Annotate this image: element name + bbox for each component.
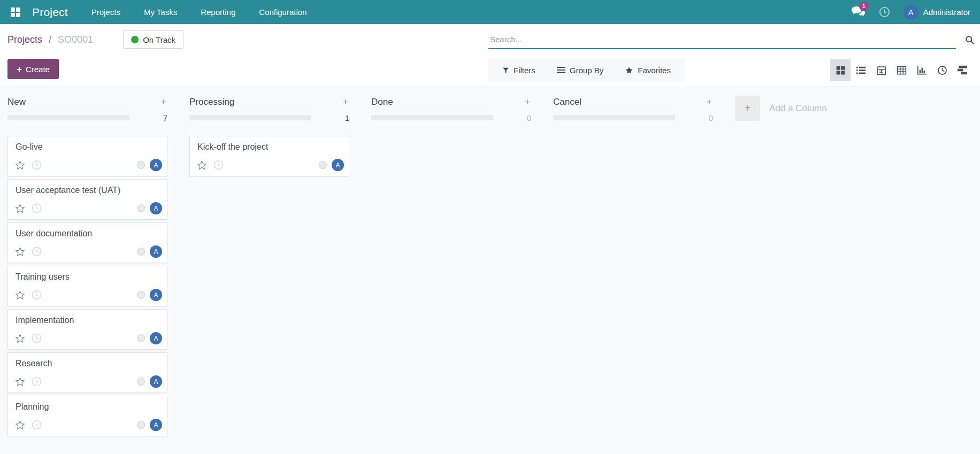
breadcrumb-current: SO0001 <box>58 34 93 45</box>
kanban-column-processing: Processing + 1 Kick-off the project A <box>189 96 349 179</box>
column-progressbar[interactable] <box>553 115 675 120</box>
activity-view-button[interactable] <box>932 59 952 81</box>
card-title: Go-live <box>8 136 167 152</box>
column-title[interactable]: New <box>7 97 26 107</box>
kanban-card[interactable]: User documentation A <box>7 222 167 263</box>
activity-clock-icon[interactable] <box>32 160 42 170</box>
filters-button[interactable]: Filters <box>502 66 535 75</box>
activity-clock-icon[interactable] <box>32 290 42 300</box>
kanban-column-cancel: Cancel + 0 <box>553 96 713 123</box>
star-icon[interactable] <box>14 290 26 301</box>
kanban-card[interactable]: User acceptance test (UAT) A <box>7 179 167 220</box>
app-title[interactable]: Project <box>32 6 68 19</box>
kanban-state-circle[interactable] <box>319 161 327 169</box>
assignee-avatar[interactable]: A <box>150 202 162 214</box>
kanban-state-circle[interactable] <box>137 378 145 386</box>
favorites-star-icon <box>625 66 633 74</box>
user-menu[interactable]: A Administrator <box>904 5 970 20</box>
kanban-view-button[interactable] <box>830 59 851 81</box>
kanban-card[interactable]: Kick-off the project A <box>189 136 349 176</box>
control-panel-top: Projects / SO0001 On Track <box>0 24 980 55</box>
column-title[interactable]: Processing <box>189 97 234 107</box>
quick-add-icon[interactable]: + <box>341 97 349 107</box>
activity-view-icon <box>937 65 947 75</box>
card-title: User acceptance test (UAT) <box>8 180 167 195</box>
star-icon[interactable] <box>14 420 26 430</box>
apps-menu-icon[interactable] <box>11 7 20 17</box>
card-title: Training users <box>8 266 167 282</box>
kanban-state-circle[interactable] <box>137 334 145 342</box>
group-by-button[interactable]: Group By <box>557 66 603 75</box>
kanban-state-circle[interactable] <box>137 248 145 256</box>
calendar-view-button[interactable] <box>871 59 891 81</box>
column-title[interactable]: Cancel <box>553 97 581 107</box>
column-progressbar[interactable] <box>189 115 311 120</box>
column-progressbar[interactable] <box>7 115 129 120</box>
assignee-avatar[interactable]: A <box>150 289 162 301</box>
assignee-avatar[interactable]: A <box>150 245 162 258</box>
kanban-card[interactable]: Training users A <box>7 266 167 306</box>
assignee-avatar[interactable]: A <box>150 375 162 388</box>
control-panel-bottom: + Create Filters Group By Favorites <box>0 55 980 86</box>
activity-systray-icon[interactable] <box>878 6 891 18</box>
pivot-view-button[interactable] <box>891 59 912 81</box>
add-column-plus-icon[interactable]: + <box>735 96 760 121</box>
search-magnifier-icon[interactable] <box>964 35 975 45</box>
star-icon[interactable] <box>14 333 26 344</box>
assignee-avatar[interactable]: A <box>150 419 162 431</box>
search-input[interactable] <box>488 30 956 49</box>
assignee-avatar[interactable]: A <box>332 159 344 171</box>
breadcrumb: Projects / SO0001 <box>7 34 93 45</box>
activity-clock-icon[interactable] <box>32 333 42 343</box>
quick-add-icon[interactable]: + <box>159 97 167 107</box>
activity-clock-icon[interactable] <box>32 376 42 387</box>
activity-clock-icon[interactable] <box>32 203 42 213</box>
kanban-state-circle[interactable] <box>137 204 145 212</box>
kanban-state-circle[interactable] <box>137 161 145 169</box>
column-count: 0 <box>527 113 531 122</box>
kanban-card[interactable]: Go-live A <box>7 136 167 176</box>
kanban-card[interactable]: Research A <box>7 352 167 393</box>
assignee-avatar[interactable]: A <box>150 159 162 171</box>
card-title: Implementation <box>8 310 167 325</box>
group-by-label: Group By <box>570 66 603 75</box>
kanban-state-circle[interactable] <box>137 421 145 429</box>
star-icon[interactable] <box>14 160 26 171</box>
create-button[interactable]: + Create <box>7 59 59 79</box>
breadcrumb-projects-link[interactable]: Projects <box>7 34 42 45</box>
add-column-label: Add a Column <box>769 103 827 114</box>
menu-reporting[interactable]: Reporting <box>201 7 235 17</box>
graph-view-button[interactable] <box>912 59 932 81</box>
kanban-state-circle[interactable] <box>137 291 145 299</box>
menu-configuration[interactable]: Configuration <box>259 7 307 17</box>
list-view-button[interactable] <box>851 59 871 81</box>
kanban-card[interactable]: Implementation A <box>7 309 167 350</box>
project-status-button[interactable]: On Track <box>123 30 183 49</box>
view-switcher <box>830 58 973 82</box>
status-label: On Track <box>143 35 175 44</box>
filter-funnel-icon <box>502 67 509 74</box>
menu-projects[interactable]: Projects <box>91 7 120 17</box>
star-icon[interactable] <box>14 247 26 257</box>
add-column[interactable]: + Add a Column <box>735 96 827 121</box>
gantt-view-button[interactable] <box>952 59 973 81</box>
kanban-card[interactable]: Planning A <box>7 396 167 436</box>
column-title[interactable]: Done <box>371 97 393 107</box>
main-menu: Projects My Tasks Reporting Configuratio… <box>91 7 307 17</box>
activity-clock-icon[interactable] <box>32 247 42 257</box>
star-icon[interactable] <box>196 160 208 171</box>
column-count: 1 <box>345 113 349 122</box>
menu-my-tasks[interactable]: My Tasks <box>144 7 177 17</box>
quick-add-icon[interactable]: + <box>705 97 713 107</box>
star-icon[interactable] <box>14 376 26 387</box>
column-progressbar[interactable] <box>371 115 493 120</box>
star-icon[interactable] <box>14 203 26 214</box>
quick-add-icon[interactable]: + <box>523 97 531 107</box>
assignee-avatar[interactable]: A <box>150 332 162 344</box>
favorites-button[interactable]: Favorites <box>625 66 671 75</box>
activity-clock-icon[interactable] <box>32 420 42 430</box>
messages-icon[interactable]: 1 <box>851 6 866 18</box>
activity-clock-icon[interactable] <box>213 160 224 170</box>
user-avatar: A <box>904 5 918 20</box>
group-by-icon <box>557 66 565 74</box>
